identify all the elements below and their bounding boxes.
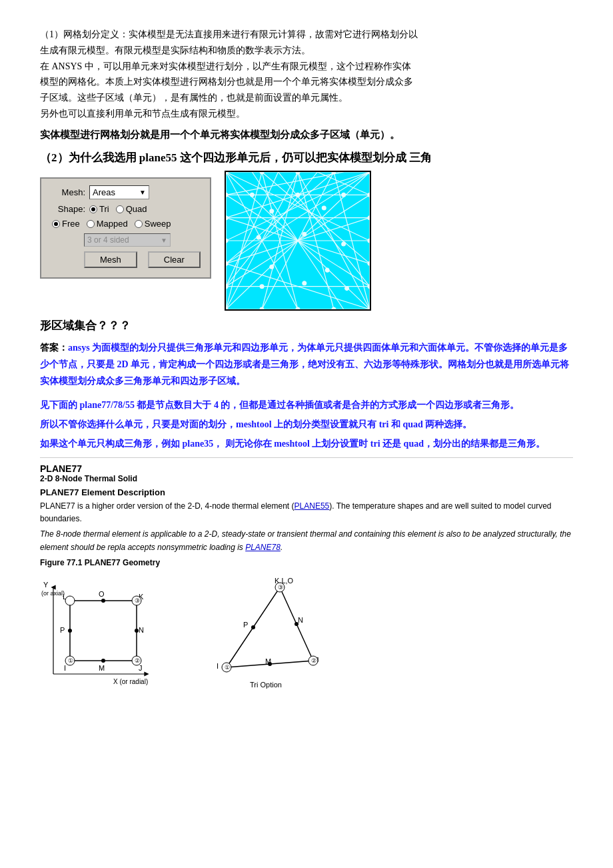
svg-point-57 [325, 269, 329, 273]
svg-point-60 [260, 285, 264, 289]
sided-dropdown-arrow-icon: ▼ [161, 237, 167, 244]
para1-line3: 在 ANSYS 中，可以用单元来对实体模型进行划分，以产生有限元模型，这个过程称… [40, 61, 411, 71]
svg-point-49 [368, 216, 370, 220]
plane77-title: PLANE77 [40, 463, 573, 474]
svg-point-55 [226, 262, 228, 266]
svg-point-52 [303, 233, 306, 237]
svg-point-66 [296, 307, 300, 309]
dropdown-arrow-icon: ▼ [139, 189, 146, 196]
svg-point-61 [303, 281, 306, 285]
plane77-desc1: PLANE77 is a higher order version of the… [40, 500, 573, 525]
svg-point-53 [342, 242, 346, 246]
svg-text:②: ② [135, 657, 140, 664]
shape-row: Shape: Tri Quad [51, 204, 201, 214]
svg-point-37 [260, 172, 264, 174]
svg-point-54 [368, 239, 370, 243]
sweep-label: Sweep [145, 219, 171, 229]
svg-text:X (or radial): X (or radial) [113, 678, 148, 685]
svg-point-51 [257, 236, 261, 240]
svg-point-56 [270, 265, 274, 269]
plane77-desc2: The 8-node thermal element is applicable… [40, 528, 573, 553]
free-label: Free [62, 219, 80, 229]
tri-radio[interactable]: Tri [89, 204, 109, 214]
svg-text:①: ① [68, 657, 73, 664]
svg-point-63 [368, 285, 370, 289]
svg-point-82 [68, 629, 72, 633]
bold-heading: 实体模型进行网格划分就是用一个个单元将实体模型划分成众多子区域（单元）。 [40, 126, 573, 144]
plane78-link[interactable]: PLANE78 [245, 543, 281, 552]
plane77-element-title: PLANE77 Element Description [40, 487, 573, 497]
mesh-button[interactable]: Mesh [84, 251, 137, 268]
svg-point-58 [368, 262, 370, 266]
svg-text:I: I [217, 662, 219, 670]
para1-line2: 生成有限元模型。有限元模型是实际结构和物质的数学表示方法。 [40, 45, 310, 55]
svg-text:(or axial): (or axial) [41, 590, 65, 597]
mapped-radio[interactable]: Mapped [87, 219, 128, 229]
svg-point-97 [65, 596, 75, 605]
svg-point-45 [368, 193, 370, 197]
svg-text:I: I [64, 664, 66, 672]
mesh-row: Mesh: Areas ▼ [51, 185, 201, 199]
free-radio-circle [52, 220, 60, 228]
page-content: （1）网格划分定义：实体模型是无法直接用来进行有限元计算得，故需对它进行网格划分… [40, 27, 573, 696]
plane77-desc1-text: PLANE77 is a higher order version of the… [40, 501, 552, 523]
mapped-label: Mapped [97, 219, 128, 229]
quad-label: Quad [126, 204, 147, 214]
mesh-select[interactable]: Areas ▼ [89, 185, 149, 199]
svg-text:②: ② [311, 657, 316, 664]
svg-text:P: P [60, 626, 65, 634]
svg-point-44 [342, 193, 346, 197]
svg-point-46 [226, 216, 228, 220]
svg-point-65 [260, 307, 264, 309]
svg-point-38 [296, 172, 300, 174]
tri-radio-circle [89, 205, 97, 213]
sided-dropdown[interactable]: 3 or 4 sided ▼ [84, 233, 171, 247]
svg-point-104 [251, 625, 255, 629]
quad-radio-circle [116, 205, 124, 213]
svg-text:O: O [99, 590, 105, 598]
mapped-radio-circle [87, 220, 95, 228]
mesh-svg [226, 172, 370, 309]
svg-point-41 [226, 193, 228, 197]
quad-radio[interactable]: Quad [116, 204, 147, 214]
svg-point-50 [226, 239, 228, 243]
plane77-subtitle: 2-D 8-Node Thermal Solid [40, 474, 573, 483]
svg-text:M: M [265, 657, 271, 665]
q2-heading: （2）为什么我选用 plane55 这个四边形单元后，仍可以把实体模型划分成 三… [40, 148, 573, 169]
svg-point-59 [226, 285, 228, 289]
para1: （1）网格划分定义：实体模型是无法直接用来进行有限元计算得，故需对它进行网格划分… [40, 27, 573, 122]
para1-line1: （1）网格划分定义：实体模型是无法直接用来进行有限元计算得，故需对它进行网格划分… [40, 29, 418, 39]
svg-point-68 [368, 307, 370, 309]
mesh-select-value: Areas [93, 187, 115, 197]
svg-point-48 [322, 206, 326, 210]
meshtool-dialog: Mesh: Areas ▼ Shape: Tri Quad [40, 177, 211, 279]
plane55-link[interactable]: PLANE55 [295, 501, 330, 511]
shape-label: Shape: [51, 204, 85, 214]
svg-point-47 [270, 209, 274, 213]
svg-text:①: ① [225, 664, 230, 671]
svg-text:J: J [139, 664, 143, 672]
svg-line-19 [226, 172, 278, 287]
svg-point-42 [250, 193, 254, 197]
left-geometry-svg: Y (or axial) X (or radial) [40, 574, 173, 694]
figure-caption: Figure 77.1 PLANE77 Geometry [40, 558, 573, 567]
diagram-right: K,L,O I J M N P ① ② ③ Tri Option [213, 574, 333, 696]
sweep-radio[interactable]: Sweep [135, 219, 171, 229]
clear-button[interactable]: Clear [148, 251, 201, 268]
free-radio[interactable]: Free [52, 219, 80, 229]
svg-point-79 [101, 659, 105, 663]
svg-text:N: N [298, 616, 303, 624]
answer-text: ansys 为面模型的划分只提供三角形单元和四边形单元，为体单元只提供四面体单元… [40, 343, 569, 386]
right-geometry-svg: K,L,O I J M N P ① ② ③ Tri Option [213, 574, 333, 694]
if-block: 如果这个单元只构成三角形，例如 plane35， 则无论你在 meshtool … [40, 435, 573, 452]
plane77-section: PLANE77 2-D 8-Node Thermal Solid PLANE77… [40, 457, 573, 696]
svg-point-67 [332, 307, 336, 309]
therefore-block: 所以不管你选择什么单元，只要是对面的划分，meshtool 上的划分类型设置就只… [40, 416, 573, 433]
diagram-left: Y (or axial) X (or radial) [40, 574, 173, 696]
para1-line4: 模型的网格化。本质上对实体模型进行网格划分也就是用一个个单元将实体模型划分成众多 [40, 77, 413, 87]
plane77-desc2-text: The 8-node thermal element is applicable… [40, 529, 571, 551]
svg-point-39 [332, 172, 336, 174]
svg-text:N: N [139, 626, 144, 634]
svg-point-40 [368, 172, 370, 174]
svg-text:Tri Option: Tri Option [250, 681, 282, 689]
